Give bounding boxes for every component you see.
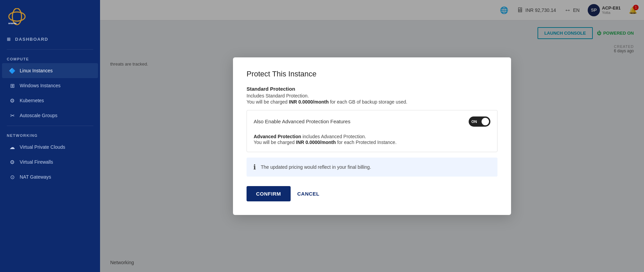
- toggle-line: Also Enable Advanced Protection Features…: [254, 116, 490, 127]
- toggle-on-text: ON: [471, 120, 477, 124]
- dashboard-icon: ⊞: [7, 37, 11, 42]
- sidebar-divider-1: [7, 49, 93, 50]
- sidebar-item-linux-instances[interactable]: 🔷 Linux Instances: [2, 63, 98, 78]
- modal-title: Protect This Instance: [247, 70, 497, 78]
- vpc-icon: ☁: [9, 144, 16, 150]
- adv-charge-amount: INR 0.0000/month: [296, 140, 336, 145]
- standard-protection-charge: You will be charged INR 0.0000/month for…: [247, 99, 497, 105]
- sidebar-item-label: Kubernetes: [20, 98, 44, 103]
- sidebar-item-label: Linux Instances: [20, 68, 53, 73]
- dashboard-label: DASHBOARD: [15, 37, 48, 42]
- toggle-knob: [482, 118, 489, 125]
- svg-point-0: [9, 12, 25, 21]
- charge-prefix: You will be charged: [247, 99, 289, 105]
- charge-amount: INR 0.0000/month: [289, 99, 329, 105]
- toggle-label: Also Enable Advanced Protection Features: [254, 119, 350, 124]
- sidebar-item-kubernetes[interactable]: ⚙ Kubernetes: [2, 93, 98, 108]
- modal-actions: CONFIRM CANCEL: [247, 186, 497, 201]
- info-banner-text: The updated pricing would reflect in you…: [261, 164, 371, 170]
- advanced-protection-label: Advanced Protection: [254, 134, 301, 139]
- sidebar-item-label: Virtual Private Clouds: [20, 144, 65, 150]
- advanced-protection-desc: includes Advanced Protection.: [301, 134, 366, 139]
- confirm-button[interactable]: CONFIRM: [247, 186, 291, 201]
- advanced-protection-section: Advanced Protection includes Advanced Pr…: [254, 131, 396, 146]
- linux-instances-icon: 🔷: [9, 67, 16, 74]
- advanced-protection-charge: You will be charged INR 0.0000/month for…: [254, 140, 396, 145]
- advanced-protection-toggle[interactable]: ON: [469, 116, 490, 127]
- main-content: 🌐 🖥 INR 92,730.14 ↔ EN SP ACP-E81 Yotta …: [100, 0, 644, 272]
- sidebar-item-virtual-firewalls[interactable]: ⚙ Virtual Firewalls: [2, 155, 98, 169]
- standard-protection-desc: Includes Standard Protection.: [247, 93, 497, 98]
- adv-charge-suffix: for each Protected Instance.: [336, 140, 396, 145]
- advanced-protection-title-line: Advanced Protection includes Advanced Pr…: [254, 133, 396, 140]
- networking-section-label: NETWORKING: [0, 129, 100, 140]
- windows-instances-icon: ⊞: [9, 82, 16, 89]
- sidebar-divider-2: [7, 126, 93, 126]
- sidebar: ananta STPI CLOUD SERVICES ⊞ DASHBOARD C…: [0, 0, 100, 272]
- info-banner: ℹ The updated pricing would reflect in y…: [247, 158, 497, 177]
- dashboard-item[interactable]: ⊞ DASHBOARD: [0, 32, 100, 47]
- standard-protection-title: Standard Protection: [247, 86, 497, 92]
- charge-suffix: for each GB of backup storage used.: [329, 99, 407, 105]
- adv-charge-prefix: You will be charged: [254, 140, 296, 145]
- kubernetes-icon: ⚙: [9, 97, 16, 104]
- sidebar-item-autoscale-groups[interactable]: ✂ Autoscale Groups: [2, 108, 98, 123]
- autoscale-icon: ✂: [9, 112, 16, 119]
- sidebar-item-label: Windows Instances: [20, 83, 61, 88]
- sidebar-item-label: Virtual Firewalls: [20, 159, 53, 165]
- sidebar-item-label: NAT Gateways: [20, 174, 51, 180]
- logo-area: ananta STPI CLOUD SERVICES: [0, 0, 100, 32]
- firewall-icon: ⚙: [9, 159, 16, 165]
- sidebar-item-label: Autoscale Groups: [20, 113, 57, 118]
- svg-text:ananta: ananta: [8, 22, 17, 25]
- info-icon: ℹ: [253, 163, 256, 171]
- cancel-button[interactable]: CANCEL: [297, 191, 320, 197]
- toggle-section: Also Enable Advanced Protection Features…: [247, 110, 497, 152]
- sidebar-item-vpc[interactable]: ☁ Virtual Private Clouds: [2, 140, 98, 155]
- nat-icon: ⊙: [9, 174, 16, 180]
- compute-section-label: COMPUTE: [0, 52, 100, 63]
- protect-instance-modal: Protect This Instance Standard Protectio…: [233, 57, 511, 215]
- sidebar-item-windows-instances[interactable]: ⊞ Windows Instances: [2, 78, 98, 93]
- sidebar-item-nat-gateways[interactable]: ⊙ NAT Gateways: [2, 169, 98, 184]
- ananta-logo: ananta STPI CLOUD SERVICES: [7, 8, 27, 25]
- modal-overlay: Protect This Instance Standard Protectio…: [100, 0, 644, 272]
